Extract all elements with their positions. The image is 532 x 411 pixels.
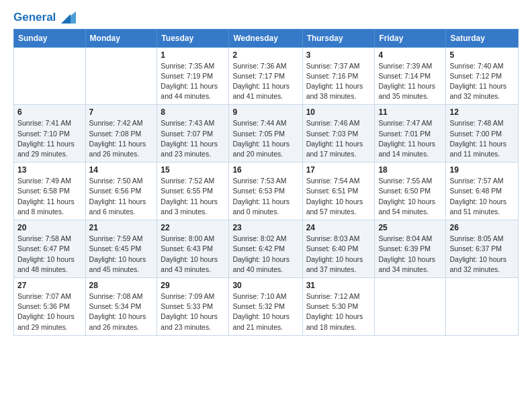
calendar-cell: 26Sunrise: 8:05 AMSunset: 6:37 PMDayligh… [446,220,519,278]
day-detail: Sunrise: 7:40 AMSunset: 7:12 PMDaylight:… [449,61,515,102]
day-number: 12 [449,107,515,117]
day-number: 6 [17,107,82,117]
header: General [13,11,519,24]
calendar-cell: 22Sunrise: 8:00 AMSunset: 6:43 PMDayligh… [157,220,229,278]
calendar-cell: 1Sunrise: 7:35 AMSunset: 7:19 PMDaylight… [157,47,229,105]
calendar-cell [375,278,446,336]
day-number: 11 [378,107,442,117]
calendar-cell: 7Sunrise: 7:42 AMSunset: 7:08 PMDaylight… [85,105,157,163]
day-detail: Sunrise: 7:37 AMSunset: 7:16 PMDaylight:… [306,61,371,102]
calendar-cell: 24Sunrise: 8:03 AMSunset: 6:40 PMDayligh… [302,220,375,278]
calendar-cell: 6Sunrise: 7:41 AMSunset: 7:10 PMDaylight… [14,105,86,163]
day-number: 28 [89,281,154,290]
calendar-cell: 13Sunrise: 7:49 AMSunset: 6:58 PMDayligh… [14,163,86,220]
day-number: 13 [17,165,82,175]
calendar-header-thursday: Thursday [302,29,375,47]
day-detail: Sunrise: 7:35 AMSunset: 7:19 PMDaylight:… [161,61,225,102]
day-detail: Sunrise: 7:39 AMSunset: 7:14 PMDaylight:… [378,61,442,102]
day-number: 7 [89,107,154,117]
day-number: 14 [89,165,154,175]
day-detail: Sunrise: 8:03 AMSunset: 6:40 PMDaylight:… [306,234,371,275]
calendar-cell: 12Sunrise: 7:48 AMSunset: 7:00 PMDayligh… [446,105,519,163]
calendar-cell: 21Sunrise: 7:59 AMSunset: 6:45 PMDayligh… [85,220,157,278]
calendar-cell [85,47,157,105]
calendar-cell: 17Sunrise: 7:54 AMSunset: 6:51 PMDayligh… [302,163,375,220]
calendar-cell: 10Sunrise: 7:46 AMSunset: 7:03 PMDayligh… [302,105,375,163]
day-detail: Sunrise: 7:48 AMSunset: 7:00 PMDaylight:… [449,118,515,159]
calendar-cell: 9Sunrise: 7:44 AMSunset: 7:05 PMDaylight… [229,105,302,163]
day-number: 20 [17,223,82,232]
day-detail: Sunrise: 7:10 AMSunset: 5:32 PMDaylight:… [232,291,298,332]
calendar-header-wednesday: Wednesday [229,29,302,47]
day-number: 22 [161,223,225,232]
calendar-cell [14,47,86,105]
day-number: 10 [306,107,371,117]
day-number: 17 [306,165,371,175]
day-number: 2 [232,50,298,60]
calendar-header-tuesday: Tuesday [157,29,229,47]
calendar-cell: 8Sunrise: 7:43 AMSunset: 7:07 PMDaylight… [157,105,229,163]
day-detail: Sunrise: 7:41 AMSunset: 7:10 PMDaylight:… [17,118,82,159]
day-number: 15 [161,165,225,175]
logo-text: General [13,11,76,25]
day-detail: Sunrise: 8:02 AMSunset: 6:42 PMDaylight:… [232,234,298,275]
day-number: 27 [17,281,82,290]
day-detail: Sunrise: 7:50 AMSunset: 6:56 PMDaylight:… [89,176,154,217]
day-detail: Sunrise: 7:57 AMSunset: 6:48 PMDaylight:… [449,176,515,217]
day-number: 5 [449,50,515,60]
calendar-header-row: SundayMondayTuesdayWednesdayThursdayFrid… [14,29,519,47]
day-detail: Sunrise: 7:36 AMSunset: 7:17 PMDaylight:… [232,61,298,102]
day-number: 3 [306,50,371,60]
calendar-week-row: 13Sunrise: 7:49 AMSunset: 6:58 PMDayligh… [14,163,519,220]
day-detail: Sunrise: 7:44 AMSunset: 7:05 PMDaylight:… [232,118,298,159]
day-number: 9 [232,107,298,117]
calendar-cell: 30Sunrise: 7:10 AMSunset: 5:32 PMDayligh… [229,278,302,336]
calendar-cell: 23Sunrise: 8:02 AMSunset: 6:42 PMDayligh… [229,220,302,278]
day-detail: Sunrise: 7:07 AMSunset: 5:36 PMDaylight:… [17,291,82,332]
day-detail: Sunrise: 7:43 AMSunset: 7:07 PMDaylight:… [161,118,225,159]
day-detail: Sunrise: 8:00 AMSunset: 6:43 PMDaylight:… [161,234,225,275]
calendar-cell: 16Sunrise: 7:53 AMSunset: 6:53 PMDayligh… [229,163,302,220]
day-number: 16 [232,165,298,175]
day-detail: Sunrise: 7:46 AMSunset: 7:03 PMDaylight:… [306,118,371,159]
calendar-cell: 18Sunrise: 7:55 AMSunset: 6:50 PMDayligh… [375,163,446,220]
day-number: 23 [232,223,298,232]
calendar-cell: 25Sunrise: 8:04 AMSunset: 6:39 PMDayligh… [375,220,446,278]
day-detail: Sunrise: 7:49 AMSunset: 6:58 PMDaylight:… [17,176,82,217]
day-number: 21 [89,223,154,232]
day-detail: Sunrise: 7:58 AMSunset: 6:47 PMDaylight:… [17,234,82,275]
day-detail: Sunrise: 7:54 AMSunset: 6:51 PMDaylight:… [306,176,371,217]
day-number: 31 [306,281,371,290]
page: General SundayMondayTuesdayWednesdayThur… [0,0,532,349]
calendar-week-row: 27Sunrise: 7:07 AMSunset: 5:36 PMDayligh… [14,278,519,336]
calendar-cell: 11Sunrise: 7:47 AMSunset: 7:01 PMDayligh… [375,105,446,163]
calendar-cell: 29Sunrise: 7:09 AMSunset: 5:33 PMDayligh… [157,278,229,336]
day-detail: Sunrise: 7:55 AMSunset: 6:50 PMDaylight:… [378,176,442,217]
calendar-week-row: 20Sunrise: 7:58 AMSunset: 6:47 PMDayligh… [14,220,519,278]
calendar-cell: 5Sunrise: 7:40 AMSunset: 7:12 PMDaylight… [446,47,519,105]
calendar-cell: 4Sunrise: 7:39 AMSunset: 7:14 PMDaylight… [375,47,446,105]
day-number: 8 [161,107,225,117]
calendar-header-monday: Monday [85,29,157,47]
day-detail: Sunrise: 8:04 AMSunset: 6:39 PMDaylight:… [378,234,442,275]
calendar-header-saturday: Saturday [446,29,519,47]
day-detail: Sunrise: 7:53 AMSunset: 6:53 PMDaylight:… [232,176,298,217]
day-detail: Sunrise: 7:12 AMSunset: 5:30 PMDaylight:… [306,291,371,332]
day-detail: Sunrise: 7:09 AMSunset: 5:33 PMDaylight:… [161,291,225,332]
logo: General [13,11,76,24]
calendar-cell: 31Sunrise: 7:12 AMSunset: 5:30 PMDayligh… [302,278,375,336]
calendar-week-row: 6Sunrise: 7:41 AMSunset: 7:10 PMDaylight… [14,105,519,163]
day-detail: Sunrise: 7:42 AMSunset: 7:08 PMDaylight:… [89,118,154,159]
calendar-cell: 2Sunrise: 7:36 AMSunset: 7:17 PMDaylight… [229,47,302,105]
day-number: 4 [378,50,442,60]
day-number: 1 [161,50,225,60]
calendar-table: SundayMondayTuesdayWednesdayThursdayFrid… [13,29,519,336]
calendar-week-row: 1Sunrise: 7:35 AMSunset: 7:19 PMDaylight… [14,47,519,105]
calendar-cell: 19Sunrise: 7:57 AMSunset: 6:48 PMDayligh… [446,163,519,220]
day-number: 29 [161,281,225,290]
calendar-cell: 14Sunrise: 7:50 AMSunset: 6:56 PMDayligh… [85,163,157,220]
calendar-cell: 15Sunrise: 7:52 AMSunset: 6:55 PMDayligh… [157,163,229,220]
day-number: 24 [306,223,371,232]
day-number: 26 [449,223,515,232]
calendar-header-sunday: Sunday [14,29,86,47]
